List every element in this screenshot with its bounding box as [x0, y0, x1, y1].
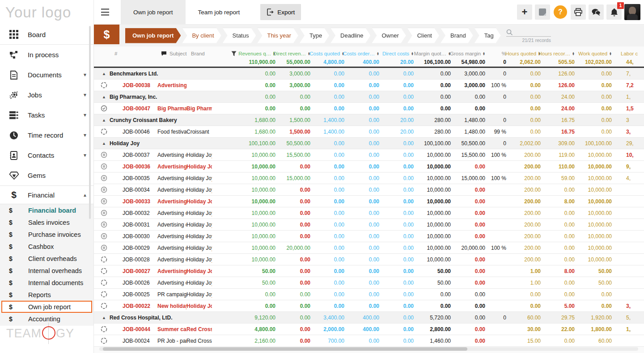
table-row[interactable]: JOB-00026Advertising ca…Holiday Joy50.00… — [94, 277, 644, 289]
collapse-icon[interactable]: ▲ — [102, 71, 106, 76]
filter-crumb-by-client[interactable]: By client — [182, 28, 221, 43]
job-id-link[interactable]: JOB-00028 — [110, 256, 157, 263]
filter-crumb-type[interactable]: Type — [300, 28, 329, 43]
job-id-link[interactable]: JOB-00034 — [110, 187, 157, 193]
status-dashed-icon[interactable] — [94, 128, 110, 135]
job-id-link[interactable]: JOB-00029 — [110, 245, 157, 251]
sidebar-item-jobs[interactable]: Jobs▼ — [0, 85, 93, 105]
status-dashed-icon[interactable] — [94, 279, 110, 286]
column-header-number[interactable]: # — [114, 50, 117, 58]
chat-button[interactable] — [589, 4, 604, 20]
table-row[interactable]: JOB-00024PR Job - part t…Red Cross2,160.… — [94, 335, 644, 347]
sidebar-item-board[interactable]: Board — [0, 25, 93, 45]
collapse-icon[interactable]: ▲ — [102, 95, 106, 99]
table-row[interactable]: JOB-00030Advertising ca…Holiday Joy10,00… — [94, 231, 644, 242]
sort-icon[interactable]: ▲▼ — [483, 52, 485, 56]
help-button[interactable]: ? — [553, 4, 568, 20]
column-header-revenues-qpct[interactable]: Revenues q…▲▼ — [231, 50, 275, 58]
note-button[interactable] — [535, 4, 550, 20]
column-header-labor-c[interactable]: Labor c — [614, 50, 638, 58]
status-pause-icon[interactable] — [94, 198, 110, 205]
column-header-hours-quoted[interactable]: Hours quoted▲▼ — [505, 50, 541, 58]
status-dashed-icon[interactable] — [94, 268, 110, 274]
add-button[interactable]: + — [517, 4, 532, 20]
filter-crumb-brand[interactable]: Brand — [441, 28, 473, 43]
status-dashed-icon[interactable] — [94, 337, 110, 344]
table-row[interactable]: JOB-00037Advertising ca…Holiday Joy10,00… — [94, 149, 644, 161]
column-header-costs-quoted[interactable]: Costs quoted▲▼ — [309, 50, 344, 58]
collapse-icon[interactable]: ▲ — [102, 141, 106, 146]
group-row[interactable]: ▲Crunchy Croissant Bakery1,680.001,500.0… — [94, 114, 644, 126]
job-id-link[interactable]: JOB-00022 — [110, 303, 157, 309]
filter-crumb-own-job-report[interactable]: Own job report — [125, 28, 181, 43]
sidebar-item-contacts[interactable]: Contacts▼ — [0, 145, 93, 165]
group-row[interactable]: ▲Benchmarkers Ltd.0.003,000.000.000.000.… — [94, 68, 644, 80]
sidebar-item-in-process[interactable]: In process — [0, 45, 93, 65]
group-row[interactable]: ▲Red Cross Hospital, LtD.9,120.000.003,4… — [94, 312, 644, 324]
status-pause-icon[interactable] — [94, 233, 110, 240]
print-button[interactable] — [571, 4, 586, 20]
job-id-link[interactable]: JOB-00025 — [110, 291, 157, 298]
tab-team-job-report[interactable]: Team job report — [186, 0, 253, 25]
sidebar-subitem-internal-overheads[interactable]: $Internal overheads — [0, 265, 93, 277]
table-row[interactable]: JOB-00034Advertising ca…Holiday Joy10,00… — [94, 184, 644, 196]
filter-crumb-tag[interactable]: Tag — [475, 28, 501, 43]
status-dashed-icon[interactable] — [94, 326, 110, 332]
status-pause-icon[interactable] — [94, 163, 110, 170]
sidebar-subitem-client-overheads[interactable]: $Client overheads — [0, 252, 93, 265]
status-dashed-icon[interactable] — [94, 256, 110, 263]
sidebar-item-time-record[interactable]: Time record▼ — [0, 125, 93, 145]
table-row[interactable]: JOB-00027Advertising c…Holiday Joy50.000… — [94, 265, 644, 277]
collapse-icon[interactable]: ▲ — [102, 118, 106, 122]
column-header-subject[interactable]: Subject — [161, 50, 186, 58]
user-avatar[interactable] — [624, 4, 640, 20]
table-row[interactable]: JOB-00038Advertising c…0.003,000.000.000… — [94, 80, 644, 91]
horizontal-scrollbar-thumb[interactable] — [103, 347, 467, 351]
sidebar-subitem-sales-invoices[interactable]: $Sales invoices — [0, 216, 93, 228]
sidebar-item-tasks[interactable]: Tasks▼ — [0, 105, 93, 125]
export-button[interactable]: Export — [260, 4, 301, 20]
job-id-link[interactable]: JOB-00026 — [110, 280, 157, 286]
column-header-work-quoted[interactable]: Work quoted▲▼ — [578, 50, 612, 58]
status-pause-icon[interactable] — [94, 221, 110, 228]
filter-crumb-deadline[interactable]: Deadline — [330, 28, 370, 43]
table-row[interactable]: JOB-00025PR campaignHoliday Joy0.000.000… — [94, 289, 644, 300]
job-id-link[interactable]: JOB-00030 — [110, 233, 157, 240]
filter-crumb-owner[interactable]: Owner — [372, 28, 406, 43]
filter-funnel-icon[interactable] — [231, 51, 237, 56]
table-row[interactable]: JOB-00032Advertising ca…Holiday Joy10,00… — [94, 207, 644, 219]
sidebar-item-documents[interactable]: Documents▼ — [0, 65, 93, 85]
sidebar-subitem-accounting[interactable]: $Accounting — [0, 313, 93, 325]
job-id-link[interactable]: JOB-00037 — [110, 152, 157, 158]
filter-crumb-status[interactable]: Status — [223, 28, 256, 43]
search-underline[interactable] — [506, 29, 551, 37]
column-header-margin-quotpct[interactable]: Margin quot…▲▼ — [414, 50, 451, 58]
table-row[interactable]: JOB-00022New holiday c…Holiday Joy0.000.… — [94, 300, 644, 312]
sidebar-scrollbar[interactable] — [89, 26, 91, 219]
sort-icon[interactable]: ▲▼ — [609, 52, 612, 56]
status-dashed-icon[interactable] — [94, 291, 110, 298]
column-header-hours-recorpct[interactable]: Hours recor…▲▼ — [538, 50, 575, 58]
column-header-direct-costs[interactable]: Direct costs▲▼ — [382, 50, 414, 58]
sidebar-subitem-cashbox[interactable]: $Cashbox — [0, 240, 93, 252]
table-row[interactable]: JOB-00036Advertising c…Holiday Joy10,000… — [94, 161, 644, 172]
job-id-link[interactable]: JOB-00024 — [110, 338, 157, 344]
status-check-icon[interactable] — [94, 105, 110, 112]
sort-icon[interactable]: ▲▼ — [377, 52, 379, 56]
table-row[interactable]: JOB-00028Advertising ca…Holiday Joy10,00… — [94, 254, 644, 265]
column-header-costs-orderpct[interactable]: Costs order…▲▼ — [343, 50, 379, 58]
job-id-link[interactable]: JOB-00033 — [110, 198, 157, 205]
job-id-link[interactable]: JOB-00035 — [110, 175, 157, 181]
filter-crumb-this-year[interactable]: This year — [257, 28, 298, 43]
status-dashed-icon[interactable] — [94, 82, 110, 88]
status-pause-icon[interactable] — [94, 151, 110, 158]
status-pause-icon[interactable] — [94, 186, 110, 193]
table-row[interactable]: JOB-00035Advertising ca…Holiday Joy10,00… — [94, 172, 644, 184]
group-row[interactable]: ▲Big Pharmacy, Inc.0.000.000.000.000.000… — [94, 91, 644, 103]
table-row[interactable]: JOB-00047Big Pharmacy…Big Pharmacy0.000.… — [94, 103, 644, 114]
sidebar-subitem-reports[interactable]: $Reports — [0, 289, 93, 301]
column-header-brand[interactable]: Brand — [191, 50, 205, 58]
column-header-direct-revenpct[interactable]: Direct reven…▲▼ — [273, 50, 310, 58]
group-row[interactable]: ▲Holiday Joy100,100.0050,500.000.000.000… — [94, 138, 644, 149]
job-id-link[interactable]: JOB-00032 — [110, 210, 157, 216]
